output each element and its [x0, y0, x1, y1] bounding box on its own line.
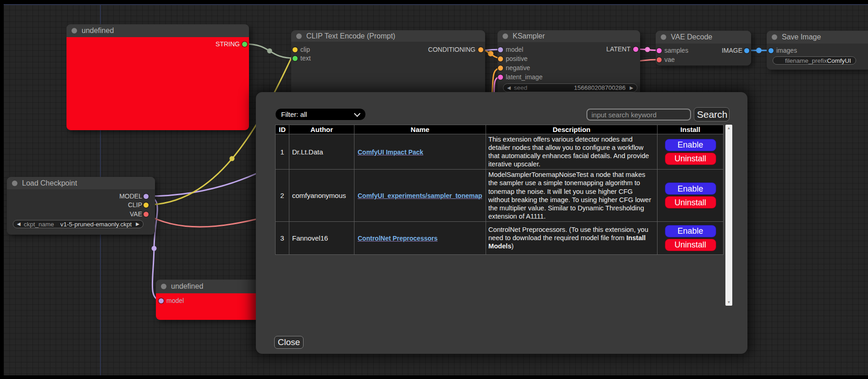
extension-link[interactable]: ControlNet Preprocessors: [358, 235, 437, 242]
input-label: positive: [506, 55, 527, 62]
table-row: 2 comfyanonymous ComfyUI_experiments/sam…: [276, 170, 724, 222]
header-description: Description: [486, 125, 658, 134]
scroll-down-arrow-icon[interactable]: ▼: [725, 300, 732, 304]
input-label: text: [300, 55, 311, 62]
output-port-model[interactable]: [144, 194, 149, 199]
scroll-up-arrow-icon[interactable]: ▲: [725, 126, 732, 130]
node-title: undefined: [82, 24, 114, 37]
output-label: CONDITIONING: [428, 46, 475, 53]
input-label: clip: [300, 46, 310, 53]
uninstall-button[interactable]: Uninstall: [665, 196, 716, 209]
table-row: 3 Fannovel16 ControlNet Preprocessors Co…: [276, 221, 724, 254]
enable-button[interactable]: Enable: [665, 139, 716, 151]
input-port-vae[interactable]: [657, 57, 662, 62]
input-label: samples: [664, 47, 688, 54]
output-label: LATENT: [606, 45, 630, 53]
header-name: Name: [354, 125, 486, 134]
input-port-model[interactable]: [498, 47, 503, 52]
enable-button[interactable]: Enable: [665, 182, 716, 195]
extension-description: ControlNet Preprocessors. (To use this e…: [486, 221, 658, 254]
node-collapse-dot[interactable]: [503, 33, 508, 39]
output-label: MODEL: [119, 192, 142, 200]
node-ksampler[interactable]: KSampler model positive negative latent_…: [498, 30, 640, 99]
node-undefined-bottom[interactable]: undefined model: [156, 280, 260, 320]
output-label: STRING: [216, 40, 240, 48]
extension-link[interactable]: ComfyUI Impact Pack: [358, 148, 423, 156]
comfyui-app: undefined STRING CLIP Text Encode (Promp…: [0, 0, 868, 379]
widget-increment-arrow[interactable]: ▶: [630, 86, 633, 90]
output-label: IMAGE: [722, 47, 742, 54]
node-collapse-dot[interactable]: [661, 34, 666, 40]
header-author: Author: [289, 125, 354, 134]
seed-widget[interactable]: ◀ seed 156680208700286 ▶: [503, 83, 637, 92]
search-input[interactable]: [586, 109, 691, 121]
input-port-samples[interactable]: [657, 48, 662, 53]
close-button[interactable]: Close: [274, 336, 304, 349]
extension-install-cell: Enable Uninstall: [658, 170, 724, 222]
widget-value: ComfyUI: [827, 57, 851, 64]
node-save-image[interactable]: Save Image images filename_prefix ComfyU…: [767, 31, 868, 70]
widget-name: filename_prefix: [785, 57, 827, 64]
table-scrollbar[interactable]: ▲ ▼: [725, 125, 732, 306]
filter-select-wrap: Filter: all: [275, 108, 366, 121]
extension-author: Fannovel16: [289, 221, 354, 254]
output-port-image[interactable]: [744, 48, 749, 53]
node-undefined-top[interactable]: undefined STRING: [66, 24, 249, 130]
extension-table: ID Author Name Description Install 1 Dr.…: [275, 125, 724, 255]
input-label: vae: [664, 56, 675, 63]
extension-description: This extension offers various detector n…: [486, 134, 658, 170]
node-load-checkpoint[interactable]: Load Checkpoint MODEL CLIP VAE ◀ ckpt_na…: [7, 177, 155, 235]
node-vae-decode[interactable]: VAE Decode samples vae IMAGE: [656, 31, 751, 66]
extension-link[interactable]: ComfyUI_experiments/sampler_tonemap: [358, 192, 482, 199]
widget-decrement-arrow[interactable]: ◀: [507, 86, 511, 90]
widget-increment-arrow[interactable]: ▶: [136, 222, 139, 226]
node-title: Load Checkpoint: [22, 177, 77, 189]
node-collapse-dot[interactable]: [161, 284, 166, 289]
filename-prefix-widget[interactable]: filename_prefix ComfyUI: [773, 56, 856, 65]
extension-id: 1: [276, 134, 289, 170]
widget-name: ckpt_name: [24, 221, 54, 228]
node-collapse-dot[interactable]: [296, 33, 302, 39]
output-port-clip[interactable]: [144, 203, 149, 208]
extension-description: ModelSamplerTonemapNoiseTest a node that…: [486, 170, 658, 222]
output-label: VAE: [130, 210, 142, 218]
output-port-conditioning[interactable]: [478, 47, 483, 52]
output-port-vae[interactable]: [144, 212, 149, 217]
extension-table-container: ID Author Name Description Install 1 Dr.…: [275, 125, 725, 306]
node-collapse-dot[interactable]: [12, 181, 17, 186]
output-port-latent[interactable]: [633, 47, 638, 52]
uninstall-button[interactable]: Uninstall: [665, 153, 716, 165]
filter-select[interactable]: Filter: all: [275, 108, 366, 121]
extension-author: comfyanonymous: [289, 170, 354, 222]
input-port-positive[interactable]: [498, 56, 503, 61]
output-label: CLIP: [128, 201, 142, 209]
widget-value: 156680208700286: [574, 84, 626, 91]
node-title: VAE Decode: [671, 31, 712, 44]
input-port-model[interactable]: [159, 298, 164, 303]
ckpt-name-widget[interactable]: ◀ ckpt_name v1-5-pruned-emaonly.ckpt ▶: [13, 220, 144, 228]
node-collapse-dot[interactable]: [72, 28, 77, 33]
node-title: KSampler: [513, 30, 545, 42]
extension-author: Dr.Lt.Data: [289, 134, 354, 170]
input-label: latent_image: [506, 73, 542, 81]
input-port-negative[interactable]: [498, 66, 503, 71]
input-port-images[interactable]: [768, 48, 774, 53]
extension-install-cell: Enable Uninstall: [658, 221, 724, 254]
input-port-latent-image[interactable]: [498, 75, 503, 80]
input-port-text[interactable]: [293, 56, 298, 61]
enable-button[interactable]: Enable: [665, 225, 716, 237]
node-collapse-dot[interactable]: [772, 34, 777, 40]
table-row: 1 Dr.Lt.Data ComfyUI Impact Pack This ex…: [276, 134, 724, 170]
table-header-row: ID Author Name Description Install: [276, 125, 724, 134]
input-label: model: [166, 297, 184, 304]
input-port-clip[interactable]: [293, 47, 298, 52]
input-label: negative: [506, 64, 530, 71]
widget-decrement-arrow[interactable]: ◀: [17, 222, 21, 226]
extension-id: 3: [276, 221, 289, 254]
output-port-string[interactable]: [242, 42, 247, 47]
header-id: ID: [276, 125, 289, 134]
input-label: images: [776, 47, 797, 54]
search-button[interactable]: Search: [694, 107, 730, 121]
extension-id: 2: [276, 170, 289, 222]
uninstall-button[interactable]: Uninstall: [665, 239, 716, 251]
